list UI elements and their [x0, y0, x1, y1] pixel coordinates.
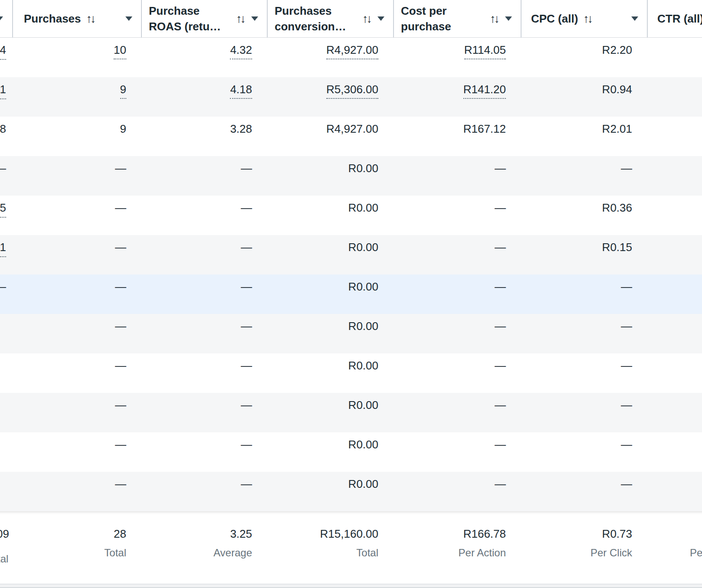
cell-purchases-conversion-value: R0.00 [268, 156, 394, 196]
cell-purchases-conversion-value[interactable]: R5,306.00 [268, 77, 394, 117]
cell-value: R167.12 [463, 122, 506, 135]
cell-ctr-all [648, 353, 702, 393]
cell-purchase-roas: — [142, 235, 268, 274]
chevron-down-icon[interactable] [125, 16, 132, 21]
header-controls [125, 16, 141, 21]
cell-value[interactable]: 9 [120, 83, 126, 99]
cell-ctr-all [648, 156, 702, 196]
cell-cpc-all: R2.20 [522, 38, 648, 77]
total-cost-per-purchase: R166.78Per Action [394, 511, 522, 584]
cell-cost-per-purchase[interactable]: R141.20 [394, 77, 522, 117]
column-header-purchases-conversion-value[interactable]: Purchasesconversion…↑↓ [268, 0, 394, 37]
horizontal-scrollbar-track[interactable] [0, 584, 702, 588]
cell-value: — [495, 280, 506, 293]
cell-ctr-all [648, 235, 702, 274]
column-label: Purchasesconversion… [275, 3, 346, 34]
cell-value: — [115, 399, 126, 412]
total-purchases-conversion-value: R15,160.00Total [268, 511, 394, 584]
cell-partial-left[interactable]: 1 [0, 77, 13, 117]
column-label-group: Purchases↑↓ [13, 11, 95, 26]
cell-value: — [241, 320, 252, 333]
table-row: ——R0.00—— [0, 393, 702, 432]
total-value: R15,160.00 [268, 527, 378, 541]
cell-value[interactable]: 4.32 [230, 43, 252, 59]
sort-icon[interactable]: ↑↓ [236, 12, 244, 26]
cell-value[interactable]: 10 [114, 43, 126, 59]
cell-purchases: 9 [13, 117, 142, 156]
cell-value[interactable]: R4,927.00 [326, 43, 378, 59]
cell-value: — [495, 399, 506, 412]
total-ctr-all: Pe [648, 511, 702, 584]
cell-purchases: — [13, 353, 142, 393]
cell-value: — [495, 320, 506, 333]
cell-value: — [621, 162, 632, 175]
partial-value[interactable]: 4 [0, 43, 6, 60]
cell-value: — [115, 359, 126, 372]
cell-purchases-conversion-value: R4,927.00 [268, 117, 394, 156]
chevron-down-icon[interactable] [0, 16, 3, 21]
cell-cpc-all: R0.36 [522, 196, 648, 235]
cell-ctr-all [648, 314, 702, 353]
cell-value: — [621, 359, 632, 372]
cell-value: — [241, 438, 252, 451]
cell-purchase-roas: — [142, 274, 268, 314]
cell-ctr-all [648, 117, 702, 156]
cell-value[interactable]: R114.05 [464, 43, 506, 59]
cell-partial-left[interactable]: 4 [0, 38, 13, 77]
chevron-down-icon[interactable] [251, 16, 258, 21]
partial-value: — [0, 162, 6, 175]
chevron-down-icon[interactable] [505, 16, 512, 21]
chevron-down-icon[interactable] [377, 16, 384, 21]
cell-purchases-conversion-value[interactable]: R4,927.00 [268, 38, 394, 77]
sort-icon[interactable]: ↑↓ [490, 12, 498, 26]
column-header-purchase-roas[interactable]: PurchaseROAS (retu…↑↓ [142, 0, 268, 37]
cell-purchases: — [13, 314, 142, 353]
cell-value: — [241, 241, 252, 254]
partial-value[interactable]: 1 [0, 83, 6, 99]
cell-purchases: — [13, 235, 142, 274]
cell-purchase-roas[interactable]: 4.32 [142, 38, 268, 77]
table-row: ——R0.00—— [0, 353, 702, 393]
cell-partial-left [0, 353, 13, 393]
sort-icon[interactable]: ↑↓ [583, 12, 591, 26]
sort-icon[interactable]: ↑↓ [86, 12, 95, 26]
cell-purchases-conversion-value: R0.00 [268, 353, 394, 393]
cell-value[interactable]: R5,306.00 [326, 83, 378, 99]
column-header-cpc-all[interactable]: CPC (all)↑↓ [522, 0, 648, 37]
cell-ctr-all [648, 196, 702, 235]
partial-value[interactable]: 1 [0, 241, 6, 257]
cell-value: 3.28 [230, 122, 252, 135]
cell-value: R0.00 [348, 162, 378, 175]
column-header-ctr-all[interactable]: CTR (all) [648, 0, 702, 37]
cell-cost-per-purchase[interactable]: R114.05 [394, 38, 522, 77]
column-header-purchases[interactable]: Purchases↑↓ [13, 0, 142, 37]
cell-purchase-roas: — [142, 432, 268, 472]
cell-cpc-all: — [522, 156, 648, 196]
cell-purchases-conversion-value: R0.00 [268, 274, 394, 314]
cell-purchase-roas[interactable]: 4.18 [142, 77, 268, 117]
cell-value: — [115, 241, 126, 254]
cell-partial-left[interactable]: 5 [0, 196, 13, 235]
cell-cost-per-purchase: — [394, 156, 522, 196]
cell-cost-per-purchase: — [394, 314, 522, 353]
total-purchase-roas: 3.25Average [142, 511, 268, 584]
cell-value: R2.20 [602, 43, 632, 56]
chevron-down-icon[interactable] [631, 16, 638, 21]
cell-purchases[interactable]: 10 [13, 38, 142, 77]
total-label: Total [13, 547, 126, 559]
cell-cpc-all: — [522, 472, 648, 511]
cell-value[interactable]: 4.18 [230, 83, 252, 99]
total-label: Average [142, 547, 252, 559]
cell-partial-left [0, 314, 13, 353]
total-partial-left: 09tal [0, 511, 13, 584]
total-cpc-all: R0.73Per Click [522, 511, 648, 584]
table-row: 893.28R4,927.00R167.12R2.01 [0, 117, 702, 156]
cell-purchase-roas: 3.28 [142, 117, 268, 156]
column-header-cost-per-purchase[interactable]: Cost perpurchase↑↓ [394, 0, 522, 37]
total-label: Per Action [394, 547, 506, 559]
cell-partial-left[interactable]: 1 [0, 235, 13, 274]
cell-value[interactable]: R141.20 [463, 83, 506, 99]
partial-value[interactable]: 5 [0, 201, 6, 218]
cell-purchases[interactable]: 9 [13, 77, 142, 117]
sort-icon[interactable]: ↑↓ [362, 12, 371, 26]
